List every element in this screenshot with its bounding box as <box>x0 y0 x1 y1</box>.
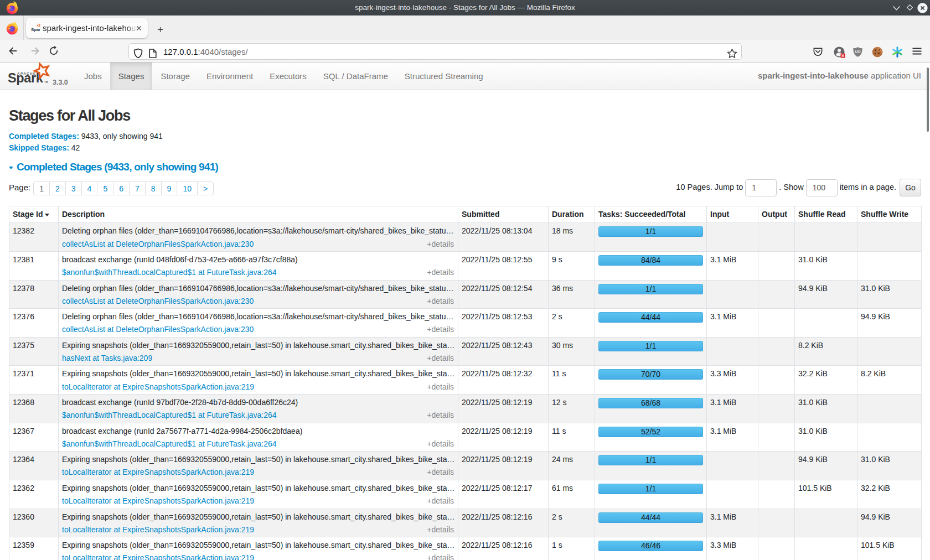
svg-text:UO: UO <box>855 50 861 54</box>
svg-text:TM: TM <box>44 81 48 84</box>
svg-text:APACHE: APACHE <box>17 71 37 75</box>
svg-text:Spark: Spark <box>31 27 40 32</box>
